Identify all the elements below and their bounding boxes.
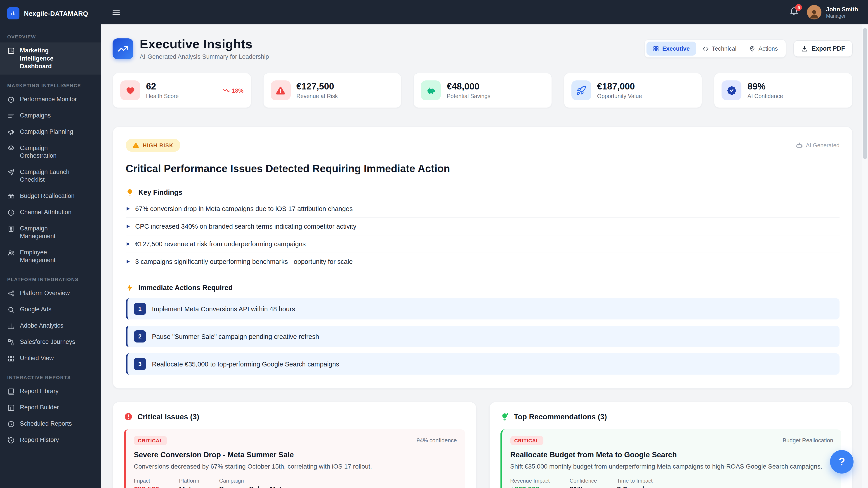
- export-pdf-button[interactable]: Export PDF: [794, 40, 852, 57]
- workflow-icon: [7, 338, 15, 346]
- page-subtitle: AI-Generated Analysis Summary for Leader…: [140, 53, 269, 60]
- sidebar-item-report-library[interactable]: Report Library: [0, 383, 101, 399]
- ai-generated-flag: AI Generated: [796, 142, 839, 149]
- sidebar-item-report-history[interactable]: Report History: [0, 432, 101, 448]
- layout-icon: [7, 404, 15, 412]
- sidebar-item-scheduled-reports[interactable]: Scheduled Reports: [0, 416, 101, 432]
- issue-title: Severe Conversion Drop - Meta Summer Sal…: [134, 451, 457, 459]
- risk-badge: HIGH RISK: [126, 139, 180, 152]
- search-icon: [7, 306, 15, 314]
- recommendation-title: Reallocate Budget from Meta to Google Se…: [510, 451, 833, 459]
- code-icon: [702, 45, 709, 52]
- actions-list: 1 Implement Meta Conversions API within …: [126, 298, 839, 375]
- stat-confidence: Confidence 91%: [569, 477, 597, 488]
- tab-label: Actions: [758, 45, 778, 52]
- sidebar-item-employee-management[interactable]: Employee Management: [0, 245, 101, 268]
- stat-revenue-impact: Revenue Impact +€62,000: [510, 477, 550, 488]
- brand[interactable]: Nexgile-DATAMARQ: [0, 0, 101, 26]
- megaphone-icon: [7, 128, 15, 136]
- kpi-label: AI Confidence: [747, 93, 783, 99]
- download-icon: [801, 45, 808, 52]
- confidence-label: 94% confidence: [416, 437, 457, 444]
- main-content: Executive Insights AI-Generated Analysis…: [101, 24, 862, 488]
- kpi-label: Potential Savings: [447, 93, 490, 99]
- sidebar-item-campaign-launch-checklist[interactable]: Campaign Launch Checklist: [0, 164, 101, 188]
- kpi-ai-confidence: 89% AI Confidence: [714, 73, 852, 108]
- critical-badge: CRITICAL: [510, 436, 544, 445]
- sidebar-item-label: Channel Attribution: [20, 208, 71, 216]
- book-icon: [7, 388, 15, 395]
- page-header-left: Executive Insights AI-Generated Analysis…: [113, 37, 269, 60]
- kpi-row: 62 Health Score 18% €127,500 Revenue at …: [113, 73, 852, 108]
- kpi-health-score: 62 Health Score 18%: [113, 73, 251, 108]
- scrollbar-thumb[interactable]: [863, 28, 867, 159]
- menu-icon[interactable]: [111, 7, 121, 17]
- robot-icon: [796, 142, 803, 149]
- action-item: 1 Implement Meta Conversions API within …: [126, 298, 839, 320]
- kpi-trend: 18%: [222, 87, 243, 94]
- grid-icon: [653, 45, 659, 52]
- lightning-icon: [126, 284, 134, 292]
- page-header: Executive Insights AI-Generated Analysis…: [113, 37, 852, 60]
- scrollbar-track[interactable]: [862, 24, 868, 488]
- immediate-actions-heading: Immediate Actions Required: [126, 284, 839, 292]
- recommendation-description: Shift €35,000 monthly budget from underp…: [510, 462, 833, 471]
- action-number: 1: [134, 303, 146, 315]
- bank-icon: [7, 193, 15, 200]
- kpi-opportunity-value: €187,000 Opportunity Value: [564, 73, 702, 108]
- bullet-triangle-icon: [127, 242, 130, 246]
- critical-issue-item: CRITICAL 94% confidence Severe Conversio…: [124, 429, 465, 488]
- sidebar-item-unified-view[interactable]: Unified View: [0, 350, 101, 366]
- sidebar-item-campaign-orchestration[interactable]: Campaign Orchestration: [0, 140, 101, 164]
- risk-badge-label: HIGH RISK: [143, 142, 174, 148]
- sidebar-item-label: Campaign Management: [20, 225, 83, 240]
- findings-list: 67% conversion drop in Meta campaigns du…: [126, 200, 839, 270]
- action-number: 2: [134, 330, 146, 343]
- sidebar-item-budget-reallocation[interactable]: Budget Reallocation: [0, 188, 101, 204]
- sidebar-item-adobe-analytics[interactable]: Adobe Analytics: [0, 318, 101, 334]
- sidebar-item-campaigns[interactable]: Campaigns: [0, 107, 101, 124]
- kpi-value: €48,000: [447, 81, 490, 91]
- warning-icon: [132, 142, 139, 149]
- finding-item: CPC increased 340% on branded search ter…: [126, 218, 839, 235]
- info-icon: [7, 209, 15, 217]
- kpi-value: €187,000: [597, 81, 642, 91]
- send-icon: [7, 168, 15, 176]
- pin-icon: [749, 45, 755, 52]
- sidebar-item-label: Scheduled Reports: [20, 420, 72, 428]
- sidebar-item-performance-monitor[interactable]: Performance Monitor: [0, 91, 101, 107]
- sidebar-item-report-builder[interactable]: Report Builder: [0, 399, 101, 416]
- sidebar-item-campaign-planning[interactable]: Campaign Planning: [0, 124, 101, 140]
- alert-circle-icon: [124, 412, 133, 421]
- tab-technical[interactable]: Technical: [696, 41, 743, 56]
- sidebar-section-platform-integrations: PLATFORM INTEGRATIONS: [0, 268, 101, 285]
- sidebar-item-campaign-management[interactable]: Campaign Management: [0, 221, 101, 245]
- grid-icon: [7, 355, 15, 362]
- kpi-label: Opportunity Value: [597, 93, 642, 99]
- bar-chart-icon: [7, 322, 15, 330]
- help-button[interactable]: ?: [830, 450, 854, 474]
- recommendation-top-row: CRITICAL Budget Reallocation: [510, 436, 833, 445]
- sidebar-item-label: Unified View: [20, 354, 54, 362]
- layers-icon: [7, 144, 15, 152]
- list-icon: [7, 112, 15, 120]
- sidebar-item-label: Platform Overview: [20, 289, 70, 297]
- trending-down-icon: [222, 87, 229, 94]
- sidebar-item-channel-attribution[interactable]: Channel Attribution: [0, 204, 101, 221]
- clock-icon: [7, 420, 15, 428]
- user-menu[interactable]: John Smith Manager: [807, 5, 858, 20]
- kpi-potential-savings: €48,000 Potential Savings: [413, 73, 552, 108]
- sidebar-item-google-ads[interactable]: Google Ads: [0, 301, 101, 318]
- share-nodes-icon: [7, 290, 15, 297]
- key-findings-heading: Key Findings: [126, 188, 839, 197]
- notifications-button[interactable]: 5: [789, 6, 799, 18]
- sidebar-item-marketing-intelligence-dashboard[interactable]: Marketing Intelligence Dashboard: [0, 42, 101, 74]
- tab-executive[interactable]: Executive: [647, 41, 696, 56]
- sidebar-item-platform-overview[interactable]: Platform Overview: [0, 285, 101, 301]
- bullet-triangle-icon: [127, 260, 130, 263]
- topbar: 5 John Smith Manager: [101, 0, 868, 24]
- sidebar-item-salesforce-journeys[interactable]: Salesforce Journeys: [0, 334, 101, 350]
- tab-actions[interactable]: Actions: [743, 41, 784, 56]
- sidebar: Nexgile-DATAMARQ OVERVIEW Marketing Inte…: [0, 0, 101, 488]
- lightbulb-plus-icon: [500, 412, 509, 421]
